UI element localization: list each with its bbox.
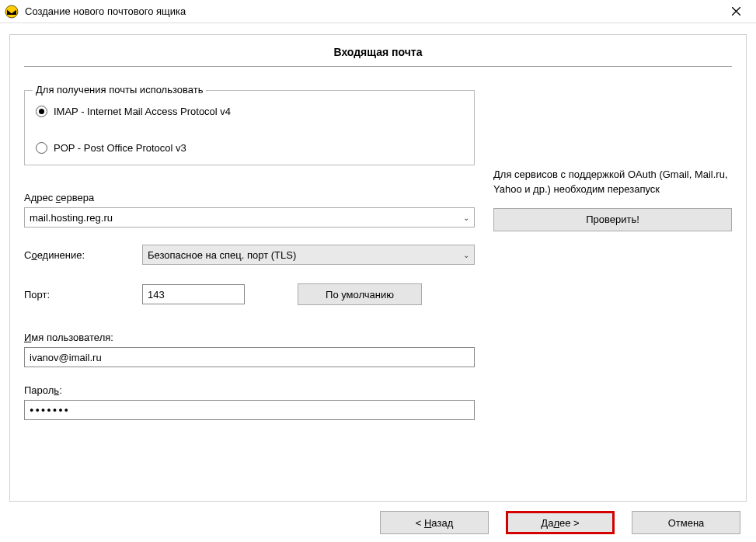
port-default-button[interactable]: По умолчанию xyxy=(298,283,422,305)
password-row: Пароль: ●●●●●●● xyxy=(24,384,475,420)
back-button[interactable]: < Назад xyxy=(380,511,489,534)
username-label: Имя пользователя: xyxy=(24,332,475,343)
radio-imap[interactable]: IMAP - Internet Mail Access Protocol v4 xyxy=(36,106,463,117)
username-input[interactable] xyxy=(24,347,475,367)
next-button[interactable]: Далее > xyxy=(506,511,615,534)
close-button[interactable] xyxy=(722,2,750,22)
wizard-footer: < Назад Далее > Отмена xyxy=(0,502,756,534)
connection-value: Безопасное на спец. порт (TLS) xyxy=(148,249,296,261)
port-input[interactable] xyxy=(142,284,245,304)
radio-pop-label: POP - Post Office Protocol v3 xyxy=(54,142,186,154)
server-address-input[interactable]: mail.hosting.reg.ru ⌄ xyxy=(24,207,475,228)
port-row: Порт: По умолчанию xyxy=(24,283,475,305)
content-area: Для получения почты использовать IMAP - … xyxy=(24,90,732,420)
left-column: Для получения почты использовать IMAP - … xyxy=(24,90,475,420)
oauth-note: Для сервисов с поддержкой OAuth (Gmail, … xyxy=(493,168,732,197)
chevron-down-icon: ⌄ xyxy=(463,214,469,222)
radio-icon-checked xyxy=(36,106,47,117)
server-address-label: Адрес сервера xyxy=(24,192,475,203)
window-title: Создание нового почтового ящика xyxy=(25,5,722,17)
username-row: Имя пользователя: xyxy=(24,332,475,367)
radio-imap-label: IMAP - Internet Mail Access Protocol v4 xyxy=(54,106,231,117)
password-input[interactable]: ●●●●●●● xyxy=(24,400,475,420)
server-address-row: Адрес сервера mail.hosting.reg.ru ⌄ xyxy=(24,192,475,228)
main-panel: Входящая почта Для получения почты испол… xyxy=(9,34,747,502)
page-title: Входящая почта xyxy=(24,46,732,67)
connection-select[interactable]: Безопасное на спец. порт (TLS) ⌄ xyxy=(142,245,475,265)
title-bar: Создание нового почтового ящика xyxy=(0,0,756,23)
protocol-group: Для получения почты использовать IMAP - … xyxy=(24,90,475,165)
password-label: Пароль: xyxy=(24,384,475,396)
radio-pop[interactable]: POP - Post Office Protocol v3 xyxy=(36,142,463,154)
app-icon xyxy=(5,5,19,19)
connection-row: Соединение: Безопасное на спец. порт (TL… xyxy=(24,245,475,265)
chevron-down-icon: ⌄ xyxy=(463,251,469,259)
check-button[interactable]: Проверить! xyxy=(493,208,732,231)
server-address-value: mail.hosting.reg.ru xyxy=(30,212,113,224)
connection-label: Соединение: xyxy=(24,249,133,261)
port-label: Порт: xyxy=(24,289,133,301)
cancel-button[interactable]: Отмена xyxy=(632,511,740,534)
radio-icon-unchecked xyxy=(36,142,47,154)
right-column: Для сервисов с поддержкой OAuth (Gmail, … xyxy=(493,90,732,420)
protocol-legend: Для получения почты использовать xyxy=(33,84,206,96)
